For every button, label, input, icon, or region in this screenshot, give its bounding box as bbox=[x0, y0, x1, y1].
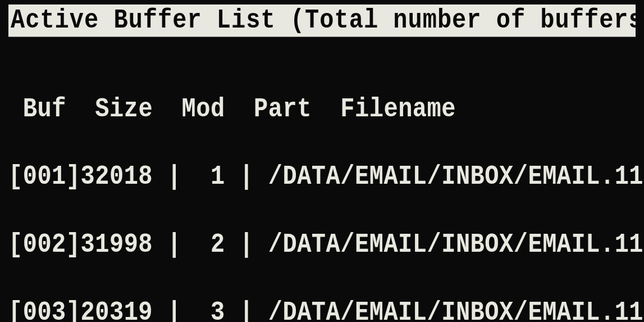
cell-part: 2 bbox=[211, 228, 225, 261]
cell-buf: [003] bbox=[8, 296, 81, 322]
cell-size: 31998 bbox=[81, 228, 153, 261]
cell-filename: /DATA/EMAIL/INBOX/EMAIL.119 bbox=[268, 160, 644, 193]
cell-part: 3 bbox=[211, 296, 225, 322]
cell-mod bbox=[196, 296, 211, 322]
buffer-list: Buf Size Mod Part Filename [001] 32018 |… bbox=[8, 58, 636, 322]
col-size: Size bbox=[95, 93, 153, 124]
title-bar: Active Buffer List (Total number of buff… bbox=[8, 4, 636, 37]
cell-filename: /DATA/EMAIL/INBOX/EMAIL.119 bbox=[268, 296, 644, 322]
table-row: [001] 32018 | 1 | /DATA/EMAIL/INBOX/EMAI… bbox=[8, 160, 636, 193]
col-part: Part bbox=[254, 93, 312, 124]
cell-buf: [002] bbox=[8, 228, 81, 261]
cell-mod bbox=[196, 160, 211, 193]
col-mod: Mod bbox=[182, 93, 225, 124]
cell-part: 1 bbox=[211, 160, 225, 193]
table-row: [003] 20319 | 3 | /DATA/EMAIL/INBOX/EMAI… bbox=[8, 296, 636, 322]
cell-size: 20319 bbox=[81, 296, 153, 322]
cell-mod bbox=[196, 228, 211, 261]
col-filename: Filename bbox=[340, 93, 456, 124]
cell-filename: /DATA/EMAIL/INBOX/EMAIL.119 bbox=[268, 228, 644, 261]
cell-size: 32018 bbox=[81, 160, 153, 193]
table-header: Buf Size Mod Part Filename bbox=[8, 92, 636, 126]
table-row: [002] 31998 | 2 | /DATA/EMAIL/INBOX/EMAI… bbox=[8, 228, 636, 261]
cell-buf: [001] bbox=[8, 160, 81, 193]
col-buf: Buf bbox=[23, 93, 66, 124]
